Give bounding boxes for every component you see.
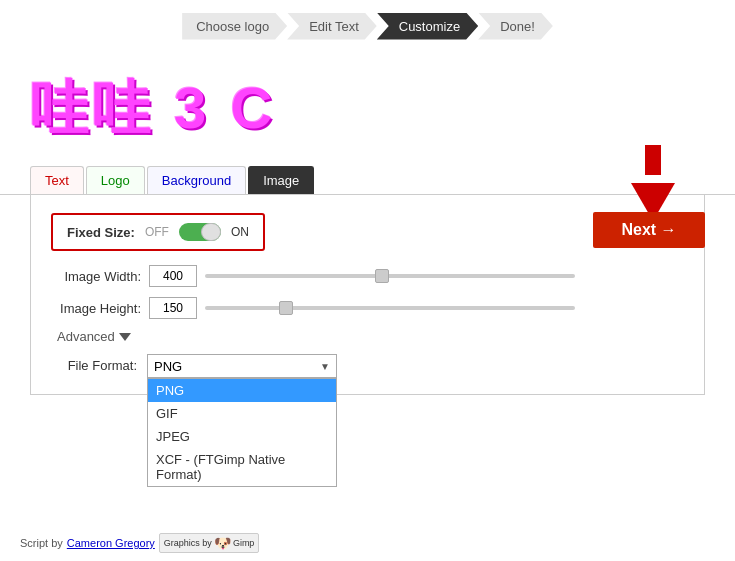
gimp-dog-icon: 🐶 [214,535,231,551]
tab-logo[interactable]: Logo [86,166,145,194]
fixed-size-label: Fixed Size: [67,225,135,240]
image-width-slider[interactable] [205,274,575,278]
file-format-selected-value: PNG [154,359,182,374]
gimp-badge: Graphics by 🐶 Gimp [159,533,260,553]
image-height-input[interactable] [149,297,197,319]
tab-background[interactable]: Background [147,166,246,194]
footer-author-link[interactable]: Cameron Gregory [67,537,155,549]
image-width-input[interactable] [149,265,197,287]
footer: Script by Cameron Gregory Graphics by 🐶 … [20,533,259,553]
fixed-size-toggle[interactable] [179,223,221,241]
format-option-png[interactable]: PNG [148,379,336,402]
image-width-label: Image Width: [51,269,141,284]
format-option-jpeg[interactable]: JPEG [148,425,336,448]
image-height-label: Image Height: [51,301,141,316]
format-option-gif[interactable]: GIF [148,402,336,425]
advanced-row[interactable]: Advanced [51,329,684,344]
toggle-off-label: OFF [145,225,169,239]
file-format-select[interactable]: PNG ▼ [147,354,337,378]
fixed-size-row: Fixed Size: OFF ON [51,213,265,251]
wizard-bar: Choose logo Edit Text Customize Done! [0,0,735,50]
wizard-step-done[interactable]: Done! [478,10,553,42]
footer-script-by: Script by [20,537,63,549]
image-height-slider[interactable] [205,306,575,310]
file-format-dropdown: PNG GIF JPEG XCF - (FTGimp Native Format… [147,378,337,487]
tab-text[interactable]: Text [30,166,84,194]
file-format-label: File Format: [57,354,137,373]
logo-text: 哇哇 3 C [30,70,276,148]
chevron-down-icon: ▼ [320,361,330,372]
image-height-thumb[interactable] [279,301,293,315]
next-button[interactable]: Next → [593,212,705,248]
image-width-row: Image Width: [51,265,684,287]
toggle-on-label: ON [231,225,249,239]
format-option-xcf[interactable]: XCF - (FTGimp Native Format) [148,448,336,486]
file-format-row: File Format: PNG ▼ PNG GIF JPEG XCF - (F… [51,354,684,378]
toggle-thumb [201,223,221,241]
down-arrow-indicator [631,145,675,221]
tabs-row: Text Logo Background Image [0,166,735,195]
advanced-toggle-icon[interactable] [119,333,131,341]
tab-image[interactable]: Image [248,166,314,194]
file-format-select-wrapper: PNG ▼ PNG GIF JPEG XCF - (FTGimp Native … [147,354,337,378]
advanced-label[interactable]: Advanced [57,329,115,344]
image-height-row: Image Height: [51,297,684,319]
image-width-thumb[interactable] [375,269,389,283]
gimp-text: Graphics by [164,538,212,548]
wizard-step-edit-text[interactable]: Edit Text [287,10,377,42]
wizard-step-choose-logo[interactable]: Choose logo [182,10,287,42]
gimp-label: Gimp [233,538,255,548]
arrow-shaft [645,145,661,175]
wizard-step-customize[interactable]: Customize [377,10,478,42]
logo-preview-area: 哇哇 3 C [0,50,735,158]
